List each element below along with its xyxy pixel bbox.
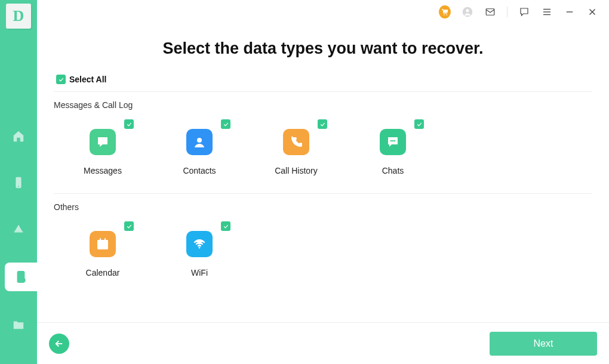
tile-label: Calendar <box>86 268 120 277</box>
section-grid: MessagesContactsCall HistoryChats <box>54 121 592 175</box>
main-panel: Select the data types you want to recove… <box>37 0 609 364</box>
svg-point-6 <box>444 14 445 15</box>
data-type-message[interactable]: Messages <box>73 121 133 175</box>
data-type-wifi[interactable]: WiFi <box>170 223 229 277</box>
svg-rect-10 <box>486 9 494 16</box>
tile-checkbox[interactable] <box>318 119 327 129</box>
tile-label: Chats <box>382 166 404 175</box>
svg-point-9 <box>466 9 469 12</box>
svg-point-17 <box>197 138 202 143</box>
divider <box>54 193 592 194</box>
tile-label: Call History <box>275 166 318 175</box>
titlebar <box>37 0 609 24</box>
svg-point-20 <box>394 140 396 142</box>
sidebar-item-phone-alert[interactable]: ! <box>5 263 37 291</box>
app-logo-letter: D <box>13 7 24 25</box>
sidebar-item-cloud[interactable] <box>0 216 37 242</box>
svg-rect-27 <box>102 244 104 245</box>
svg-rect-28 <box>104 244 106 245</box>
data-type-contact[interactable]: Contacts <box>170 121 229 175</box>
svg-point-1 <box>18 186 19 187</box>
section-grid: CalendarWiFi <box>54 223 592 277</box>
tile-checkbox[interactable] <box>124 221 134 231</box>
sidebar-item-phone[interactable] <box>0 169 37 196</box>
svg-rect-26 <box>99 244 101 245</box>
svg-point-19 <box>392 140 394 142</box>
select-all-row[interactable]: Select All <box>54 75 592 84</box>
tile-checkbox[interactable] <box>221 119 230 129</box>
sidebar: D ! <box>0 0 37 364</box>
close-icon[interactable] <box>586 6 598 18</box>
data-type-chat[interactable]: Chats <box>363 121 423 175</box>
select-all-checkbox[interactable] <box>56 75 66 84</box>
tile-checkbox[interactable] <box>124 119 134 129</box>
svg-rect-23 <box>97 240 108 243</box>
section-label: Messages & Call Log <box>54 100 592 110</box>
svg-point-31 <box>199 247 201 249</box>
minimize-icon[interactable] <box>564 6 576 18</box>
svg-point-18 <box>390 140 392 142</box>
svg-point-7 <box>446 14 447 15</box>
page-title: Select the data types you want to recove… <box>54 39 592 58</box>
wifi-icon <box>186 231 213 257</box>
data-type-calendar[interactable]: Calendar <box>73 223 133 277</box>
svg-rect-29 <box>99 246 101 248</box>
svg-rect-25 <box>104 238 106 241</box>
svg-text:!: ! <box>23 278 24 282</box>
calendar-icon <box>90 231 116 257</box>
svg-rect-2 <box>14 232 23 233</box>
section-label: Others <box>54 202 592 212</box>
data-type-phone[interactable]: Call History <box>266 121 326 175</box>
contact-icon <box>186 129 213 155</box>
tile-label: Contacts <box>183 166 216 175</box>
back-button[interactable] <box>49 334 69 354</box>
titlebar-separator <box>507 7 508 17</box>
content-area: Select the data types you want to recove… <box>37 24 609 322</box>
app-logo: D <box>6 4 31 29</box>
divider <box>54 91 592 92</box>
message-icon <box>90 129 116 155</box>
user-icon[interactable] <box>462 6 473 18</box>
cart-icon[interactable] <box>439 6 451 18</box>
chat-icon <box>380 129 406 155</box>
tile-label: Messages <box>84 166 122 175</box>
phone-icon <box>283 129 309 155</box>
svg-rect-24 <box>100 238 101 241</box>
tile-checkbox[interactable] <box>221 221 230 231</box>
sidebar-nav: ! <box>0 123 37 338</box>
next-button[interactable]: Next <box>490 332 597 356</box>
footer: Next <box>37 322 609 364</box>
comment-icon[interactable] <box>518 6 530 18</box>
sidebar-item-folder[interactable] <box>0 311 37 338</box>
menu-icon[interactable] <box>541 6 553 18</box>
select-all-label: Select All <box>69 75 107 84</box>
tile-label: WiFi <box>191 268 208 277</box>
mail-icon[interactable] <box>484 6 496 18</box>
tile-checkbox[interactable] <box>414 119 424 129</box>
svg-rect-30 <box>102 246 104 248</box>
sidebar-item-home[interactable] <box>0 123 37 149</box>
